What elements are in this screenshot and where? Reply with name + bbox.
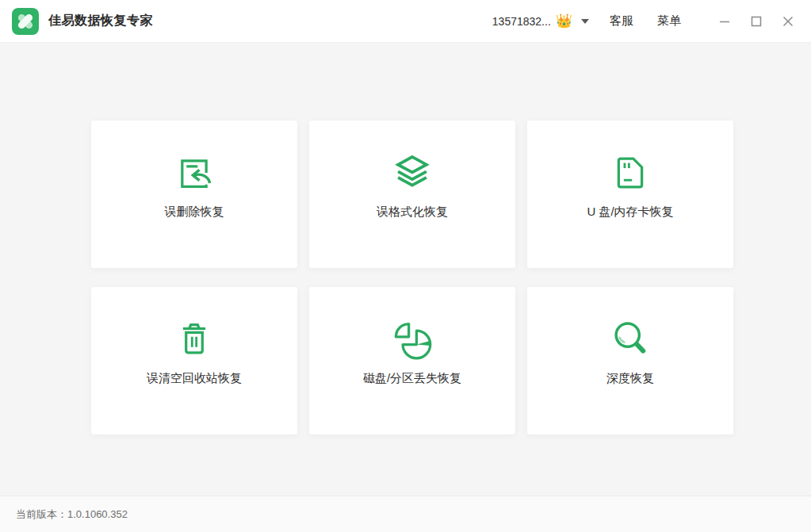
layers-icon [392, 152, 433, 193]
titlebar: 佳易数据恢复专家 13571832... 👑 客服 菜单 [0, 0, 811, 43]
account-id: 13571832... [492, 15, 551, 28]
close-button[interactable] [776, 10, 800, 33]
statusbar: 当前版本： 1.0.1060.352 [0, 496, 811, 532]
card-label: 误清空回收站恢复 [147, 371, 242, 386]
card-disk-partition-recovery[interactable]: 磁盘/分区丢失恢复 [309, 287, 515, 434]
chevron-down-icon [581, 19, 589, 24]
customer-service-button[interactable]: 客服 [610, 13, 633, 29]
card-formatted-recovery[interactable]: 误格式化恢复 [309, 121, 515, 268]
pie-chart-icon [392, 319, 433, 360]
card-deleted-file-recovery[interactable]: 误删除恢复 [91, 121, 297, 268]
card-deep-recovery[interactable]: 深度恢复 [527, 287, 733, 434]
card-label: 误格式化恢复 [377, 205, 448, 220]
main-area: 误删除恢复 误格式化恢复 U [0, 43, 811, 496]
app-title: 佳易数据恢复专家 [48, 13, 153, 29]
menu-button[interactable]: 菜单 [657, 13, 681, 29]
close-icon [782, 16, 794, 27]
sd-card-icon [610, 152, 651, 193]
card-label: U 盘/内存卡恢复 [587, 205, 673, 220]
card-recycle-bin-recovery[interactable]: 误清空回收站恢复 [91, 287, 297, 434]
card-label: 深度恢复 [606, 371, 654, 386]
window-controls [705, 10, 800, 33]
vip-crown-icon: 👑 [556, 14, 572, 28]
recovery-card-grid: 误删除恢复 误格式化恢复 U [91, 121, 733, 434]
minimize-icon [719, 16, 730, 27]
maximize-icon [751, 16, 762, 27]
undo-file-icon [174, 152, 215, 193]
minimize-button[interactable] [713, 10, 736, 33]
card-label: 误删除恢复 [165, 205, 224, 220]
app-logo-icon [12, 8, 39, 35]
trash-icon [174, 319, 215, 360]
account-menu[interactable]: 13571832... 👑 [492, 14, 589, 28]
version-value: 1.0.1060.352 [67, 508, 128, 520]
version-label: 当前版本： [16, 507, 67, 522]
magnifier-icon [610, 319, 651, 360]
card-label: 磁盘/分区丢失恢复 [363, 371, 461, 386]
card-usb-memorycard-recovery[interactable]: U 盘/内存卡恢复 [527, 121, 733, 268]
maximize-button[interactable] [744, 10, 768, 33]
